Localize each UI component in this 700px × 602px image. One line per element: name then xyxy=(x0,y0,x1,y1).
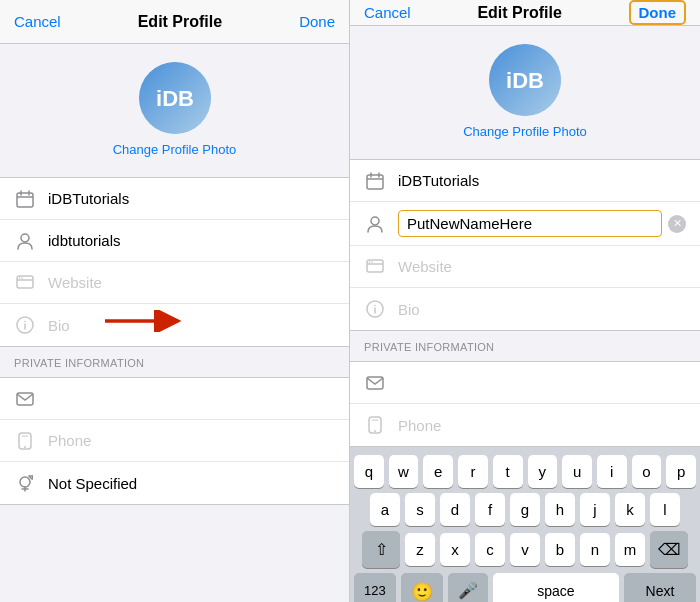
keyboard-bottom-row: 123 🙂 🎤 space Next xyxy=(354,573,696,602)
numbers-key[interactable]: 123 xyxy=(354,573,396,602)
arrow-indicator xyxy=(100,310,190,332)
left-website-row[interactable]: Website xyxy=(0,262,349,304)
left-phone-row[interactable]: Phone xyxy=(0,420,349,462)
key-v[interactable]: v xyxy=(510,533,540,566)
left-cancel-button[interactable]: Cancel xyxy=(14,13,61,30)
left-title: Edit Profile xyxy=(138,13,222,31)
left-name-row[interactable]: idbtutorials xyxy=(0,220,349,262)
key-q[interactable]: q xyxy=(354,455,384,488)
right-avatar[interactable]: iDB xyxy=(489,44,561,116)
gender-icon xyxy=(14,474,36,492)
right-phone-icon xyxy=(364,416,386,434)
key-x[interactable]: x xyxy=(440,533,470,566)
key-o[interactable]: o xyxy=(632,455,662,488)
right-change-photo-button[interactable]: Change Profile Photo xyxy=(463,124,587,139)
right-title: Edit Profile xyxy=(477,4,561,22)
left-phone-placeholder: Phone xyxy=(48,432,335,449)
right-cancel-button[interactable]: Cancel xyxy=(364,4,411,21)
mic-key[interactable]: 🎤 xyxy=(448,573,488,602)
left-website-placeholder: Website xyxy=(48,274,335,291)
key-i[interactable]: i xyxy=(597,455,627,488)
delete-key[interactable]: ⌫ xyxy=(650,531,688,568)
key-n[interactable]: n xyxy=(580,533,610,566)
left-avatar-section: iDB Change Profile Photo xyxy=(0,44,349,167)
next-key[interactable]: Next xyxy=(624,573,696,602)
key-r[interactable]: r xyxy=(458,455,488,488)
key-l[interactable]: l xyxy=(650,493,680,526)
right-info-icon xyxy=(364,300,386,318)
left-gender-value: Not Specified xyxy=(48,475,335,492)
right-website-placeholder: Website xyxy=(398,258,686,275)
key-s[interactable]: s xyxy=(405,493,435,526)
key-f[interactable]: f xyxy=(475,493,505,526)
key-h[interactable]: h xyxy=(545,493,575,526)
svg-rect-28 xyxy=(367,175,383,189)
right-link-icon xyxy=(364,258,386,276)
left-panel: Cancel Edit Profile Done iDB Change Prof… xyxy=(0,0,350,602)
clear-name-button[interactable]: ✕ xyxy=(668,215,686,233)
emoji-key[interactable]: 🙂 xyxy=(401,573,443,602)
right-calendar-icon xyxy=(364,172,386,190)
right-avatar-section: iDB Change Profile Photo xyxy=(350,26,700,149)
key-z[interactable]: z xyxy=(405,533,435,566)
left-change-photo-button[interactable]: Change Profile Photo xyxy=(113,142,237,157)
left-email-row[interactable] xyxy=(0,378,349,420)
left-bio-placeholder: Bio xyxy=(48,317,335,334)
key-p[interactable]: p xyxy=(666,455,696,488)
right-header: Cancel Edit Profile Done xyxy=(350,0,700,26)
keyboard-row-3: ⇧ z x c v b n m ⌫ xyxy=(354,531,696,568)
right-phone-row[interactable]: Phone xyxy=(350,404,700,446)
left-done-button[interactable]: Done xyxy=(299,13,335,30)
shift-key[interactable]: ⇧ xyxy=(362,531,400,568)
left-avatar[interactable]: iDB xyxy=(139,62,211,134)
left-username-row: iDBTutorials xyxy=(0,178,349,220)
key-k[interactable]: k xyxy=(615,493,645,526)
right-bio-row[interactable]: Bio xyxy=(350,288,700,330)
key-t[interactable]: t xyxy=(493,455,523,488)
svg-point-35 xyxy=(369,261,371,263)
right-private-section: Phone xyxy=(350,361,700,447)
key-d[interactable]: d xyxy=(440,493,470,526)
right-username-row: iDBTutorials xyxy=(350,160,700,202)
key-u[interactable]: u xyxy=(562,455,592,488)
left-gender-row[interactable]: Not Specified xyxy=(0,462,349,504)
right-username-value: iDBTutorials xyxy=(398,172,686,189)
right-email-row[interactable] xyxy=(350,362,700,404)
right-website-row[interactable]: Website xyxy=(350,246,700,288)
right-phone-placeholder: Phone xyxy=(398,417,686,434)
svg-point-6 xyxy=(21,234,29,242)
svg-rect-2 xyxy=(17,193,33,207)
right-bio-placeholder: Bio xyxy=(398,301,686,318)
svg-point-42 xyxy=(374,430,376,432)
left-name-value: idbtutorials xyxy=(48,232,335,249)
svg-point-13 xyxy=(24,321,26,323)
right-form-section: iDBTutorials ✕ Websit xyxy=(350,159,700,331)
name-input[interactable] xyxy=(398,210,662,237)
key-m[interactable]: m xyxy=(615,533,645,566)
right-name-row[interactable]: ✕ xyxy=(350,202,700,246)
right-private-label: PRIVATE INFORMATION xyxy=(350,331,700,357)
svg-text:iDB: iDB xyxy=(156,86,194,111)
svg-point-16 xyxy=(24,446,26,448)
key-c[interactable]: c xyxy=(475,533,505,566)
key-g[interactable]: g xyxy=(510,493,540,526)
key-j[interactable]: j xyxy=(580,493,610,526)
svg-rect-14 xyxy=(17,393,33,405)
svg-rect-40 xyxy=(367,377,383,389)
right-avatar-image: iDB xyxy=(489,44,561,116)
key-y[interactable]: y xyxy=(528,455,558,488)
svg-point-36 xyxy=(371,261,373,263)
svg-text:iDB: iDB xyxy=(506,68,544,93)
key-b[interactable]: b xyxy=(545,533,575,566)
key-a[interactable]: a xyxy=(370,493,400,526)
svg-point-10 xyxy=(21,277,23,279)
key-w[interactable]: w xyxy=(389,455,419,488)
info-icon xyxy=(14,316,36,334)
right-panel: Cancel Edit Profile Done iDB Change Prof… xyxy=(350,0,700,602)
key-e[interactable]: e xyxy=(423,455,453,488)
calendar-icon xyxy=(14,190,36,208)
space-key[interactable]: space xyxy=(493,573,619,602)
svg-point-18 xyxy=(20,477,30,487)
right-done-button[interactable]: Done xyxy=(629,0,687,25)
svg-point-39 xyxy=(374,305,376,307)
